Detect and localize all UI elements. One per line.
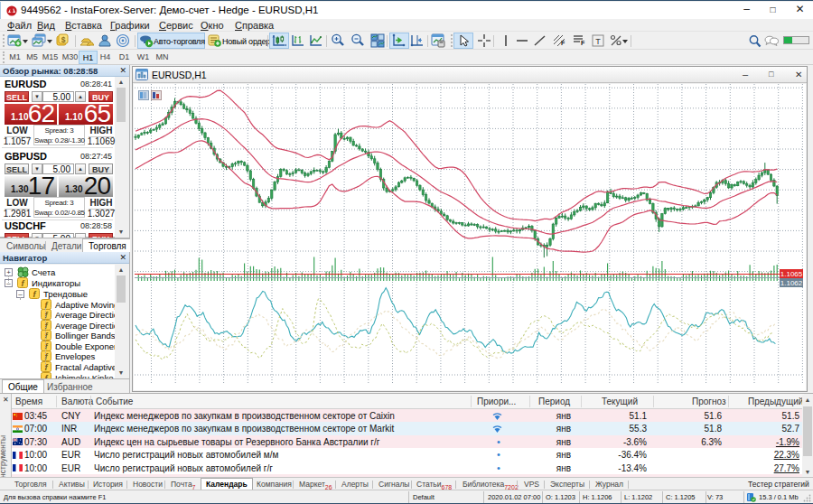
svg-text:T: T bbox=[595, 37, 601, 46]
svg-text:$: $ bbox=[61, 35, 66, 44]
svg-text:F: F bbox=[581, 40, 585, 46]
svg-text:1.1065: 1.1065 bbox=[780, 270, 803, 278]
svg-text:1.1062: 1.1062 bbox=[780, 279, 803, 287]
svg-text:F: F bbox=[561, 40, 565, 46]
